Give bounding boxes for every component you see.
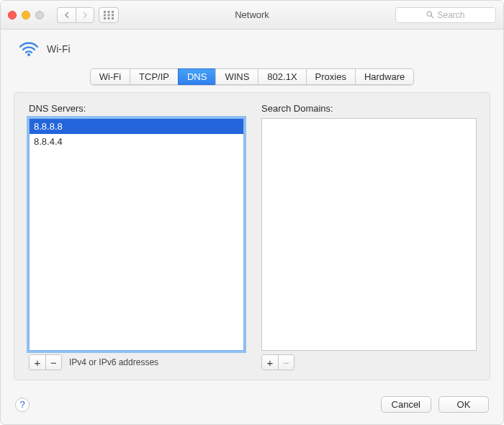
dns-server-row[interactable]: 8.8.4.4 [30,134,243,149]
dns-servers-label: DNS Servers: [29,103,244,114]
interface-name: Wi-Fi [47,43,71,55]
svg-point-9 [428,12,432,16]
dns-add-button[interactable]: + [30,355,45,370]
chevron-right-icon [82,12,88,19]
search-input[interactable]: Search [395,7,496,23]
tab-tcpip[interactable]: TCP/IP [130,68,178,85]
dns-hint: IPv4 or IPv6 addresses [69,357,158,367]
tab-8021x[interactable]: 802.1X [258,68,305,85]
svg-rect-5 [112,14,114,16]
search-domains-add-remove: + − [261,354,294,370]
svg-rect-8 [112,17,114,19]
back-button[interactable] [57,7,76,23]
ok-button[interactable]: OK [438,396,489,413]
chevron-left-icon [64,12,70,19]
titlebar: Network Search [1,1,503,30]
wifi-icon [18,40,40,58]
footer: ? Cancel OK [1,389,503,424]
svg-rect-4 [108,14,110,16]
close-window-icon[interactable] [8,11,17,19]
minimize-window-icon[interactable] [22,11,30,19]
network-prefs-window: Network Search Wi-Fi Wi-FiTCP/IPDNSWINS8… [0,0,504,425]
tab-proxies[interactable]: Proxies [306,68,355,85]
show-all-button[interactable] [99,7,119,23]
svg-rect-1 [108,11,110,13]
help-button[interactable]: ? [15,398,30,412]
grid-icon [104,11,114,19]
svg-rect-2 [112,11,114,13]
dns-panel: DNS Servers: 8.8.8.88.8.4.4 + − IPv4 or … [14,92,490,380]
svg-rect-6 [104,17,106,19]
dns-server-row[interactable]: 8.8.8.8 [30,119,243,134]
svg-point-11 [27,53,30,56]
svg-rect-3 [104,14,106,16]
tab-wifi[interactable]: Wi-Fi [90,68,130,85]
search-domains-label: Search Domains: [261,103,477,114]
tab-wins[interactable]: WINS [215,68,258,85]
interface-header: Wi-Fi [1,30,503,66]
search-icon [426,11,434,19]
traffic-lights [8,11,44,19]
search-domains-add-button[interactable]: + [262,355,278,370]
search-domains-remove-button: − [278,355,294,370]
svg-line-10 [431,16,433,18]
tab-hardware[interactable]: Hardware [355,68,414,85]
search-domains-list[interactable] [261,118,477,351]
cancel-button[interactable]: Cancel [381,396,431,413]
search-domains-column: Search Domains: + − [261,103,477,371]
dns-servers-list[interactable]: 8.8.8.88.8.4.4 [29,118,244,351]
tab-dns[interactable]: DNS [178,68,215,85]
tab-bar: Wi-FiTCP/IPDNSWINS802.1XProxiesHardware [1,68,503,85]
forward-button[interactable] [76,7,94,23]
svg-rect-7 [108,17,110,19]
maximize-window-icon [35,11,44,19]
svg-rect-0 [104,11,106,13]
dns-servers-column: DNS Servers: 8.8.8.88.8.4.4 + − IPv4 or … [29,103,244,371]
dns-remove-button[interactable]: − [45,355,61,370]
search-placeholder: Search [437,10,464,20]
dns-add-remove: + − [29,354,62,370]
toolbar-nav [57,7,119,23]
